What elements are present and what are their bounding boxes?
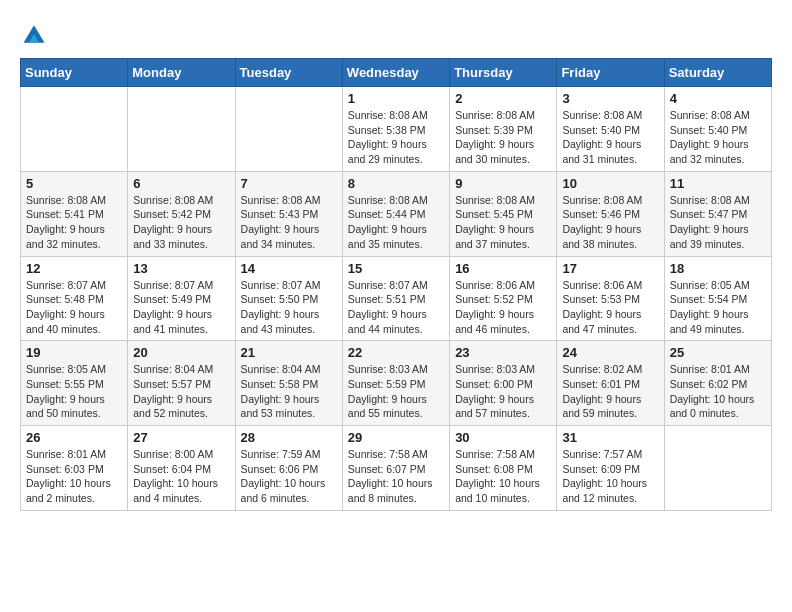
day-number: 29 <box>348 430 444 445</box>
calendar-day-header: Thursday <box>450 59 557 87</box>
day-number: 30 <box>455 430 551 445</box>
day-number: 10 <box>562 176 658 191</box>
calendar-cell: 10Sunrise: 8:08 AM Sunset: 5:46 PM Dayli… <box>557 171 664 256</box>
calendar-cell: 20Sunrise: 8:04 AM Sunset: 5:57 PM Dayli… <box>128 341 235 426</box>
calendar-header-row: SundayMondayTuesdayWednesdayThursdayFrid… <box>21 59 772 87</box>
calendar-day-header: Saturday <box>664 59 771 87</box>
calendar-cell: 5Sunrise: 8:08 AM Sunset: 5:41 PM Daylig… <box>21 171 128 256</box>
day-info: Sunrise: 8:08 AM Sunset: 5:44 PM Dayligh… <box>348 193 444 252</box>
day-info: Sunrise: 8:07 AM Sunset: 5:51 PM Dayligh… <box>348 278 444 337</box>
day-info: Sunrise: 8:05 AM Sunset: 5:55 PM Dayligh… <box>26 362 122 421</box>
calendar-cell: 18Sunrise: 8:05 AM Sunset: 5:54 PM Dayli… <box>664 256 771 341</box>
day-number: 6 <box>133 176 229 191</box>
day-info: Sunrise: 8:03 AM Sunset: 6:00 PM Dayligh… <box>455 362 551 421</box>
logo-icon <box>20 20 48 48</box>
day-info: Sunrise: 8:07 AM Sunset: 5:49 PM Dayligh… <box>133 278 229 337</box>
calendar-day-header: Wednesday <box>342 59 449 87</box>
day-info: Sunrise: 8:07 AM Sunset: 5:50 PM Dayligh… <box>241 278 337 337</box>
day-info: Sunrise: 8:00 AM Sunset: 6:04 PM Dayligh… <box>133 447 229 506</box>
day-number: 23 <box>455 345 551 360</box>
calendar-day-header: Tuesday <box>235 59 342 87</box>
calendar-cell: 21Sunrise: 8:04 AM Sunset: 5:58 PM Dayli… <box>235 341 342 426</box>
calendar-cell <box>664 426 771 511</box>
day-info: Sunrise: 8:03 AM Sunset: 5:59 PM Dayligh… <box>348 362 444 421</box>
calendar-cell: 16Sunrise: 8:06 AM Sunset: 5:52 PM Dayli… <box>450 256 557 341</box>
day-number: 27 <box>133 430 229 445</box>
calendar-cell: 30Sunrise: 7:58 AM Sunset: 6:08 PM Dayli… <box>450 426 557 511</box>
day-number: 25 <box>670 345 766 360</box>
calendar-cell: 8Sunrise: 8:08 AM Sunset: 5:44 PM Daylig… <box>342 171 449 256</box>
day-number: 13 <box>133 261 229 276</box>
day-info: Sunrise: 8:08 AM Sunset: 5:43 PM Dayligh… <box>241 193 337 252</box>
day-number: 22 <box>348 345 444 360</box>
day-info: Sunrise: 8:01 AM Sunset: 6:03 PM Dayligh… <box>26 447 122 506</box>
calendar-cell: 25Sunrise: 8:01 AM Sunset: 6:02 PM Dayli… <box>664 341 771 426</box>
day-info: Sunrise: 8:04 AM Sunset: 5:57 PM Dayligh… <box>133 362 229 421</box>
day-number: 26 <box>26 430 122 445</box>
calendar-cell: 19Sunrise: 8:05 AM Sunset: 5:55 PM Dayli… <box>21 341 128 426</box>
day-number: 7 <box>241 176 337 191</box>
day-info: Sunrise: 8:08 AM Sunset: 5:46 PM Dayligh… <box>562 193 658 252</box>
calendar-cell: 22Sunrise: 8:03 AM Sunset: 5:59 PM Dayli… <box>342 341 449 426</box>
day-number: 12 <box>26 261 122 276</box>
header <box>20 20 772 48</box>
calendar-day-header: Friday <box>557 59 664 87</box>
calendar-cell: 29Sunrise: 7:58 AM Sunset: 6:07 PM Dayli… <box>342 426 449 511</box>
calendar-cell <box>21 87 128 172</box>
calendar-week-row: 12Sunrise: 8:07 AM Sunset: 5:48 PM Dayli… <box>21 256 772 341</box>
calendar-cell: 15Sunrise: 8:07 AM Sunset: 5:51 PM Dayli… <box>342 256 449 341</box>
day-number: 8 <box>348 176 444 191</box>
calendar-cell: 12Sunrise: 8:07 AM Sunset: 5:48 PM Dayli… <box>21 256 128 341</box>
day-info: Sunrise: 8:08 AM Sunset: 5:40 PM Dayligh… <box>670 108 766 167</box>
day-number: 15 <box>348 261 444 276</box>
day-number: 2 <box>455 91 551 106</box>
day-number: 20 <box>133 345 229 360</box>
day-info: Sunrise: 7:59 AM Sunset: 6:06 PM Dayligh… <box>241 447 337 506</box>
logo <box>20 20 52 48</box>
day-info: Sunrise: 8:08 AM Sunset: 5:38 PM Dayligh… <box>348 108 444 167</box>
calendar-cell: 3Sunrise: 8:08 AM Sunset: 5:40 PM Daylig… <box>557 87 664 172</box>
day-info: Sunrise: 8:05 AM Sunset: 5:54 PM Dayligh… <box>670 278 766 337</box>
day-info: Sunrise: 8:08 AM Sunset: 5:39 PM Dayligh… <box>455 108 551 167</box>
day-number: 19 <box>26 345 122 360</box>
day-number: 31 <box>562 430 658 445</box>
calendar-week-row: 19Sunrise: 8:05 AM Sunset: 5:55 PM Dayli… <box>21 341 772 426</box>
calendar-cell: 28Sunrise: 7:59 AM Sunset: 6:06 PM Dayli… <box>235 426 342 511</box>
day-info: Sunrise: 8:08 AM Sunset: 5:41 PM Dayligh… <box>26 193 122 252</box>
calendar-cell: 23Sunrise: 8:03 AM Sunset: 6:00 PM Dayli… <box>450 341 557 426</box>
day-info: Sunrise: 8:08 AM Sunset: 5:42 PM Dayligh… <box>133 193 229 252</box>
day-info: Sunrise: 8:04 AM Sunset: 5:58 PM Dayligh… <box>241 362 337 421</box>
day-info: Sunrise: 8:08 AM Sunset: 5:45 PM Dayligh… <box>455 193 551 252</box>
day-number: 28 <box>241 430 337 445</box>
calendar-cell: 2Sunrise: 8:08 AM Sunset: 5:39 PM Daylig… <box>450 87 557 172</box>
day-number: 11 <box>670 176 766 191</box>
day-info: Sunrise: 7:57 AM Sunset: 6:09 PM Dayligh… <box>562 447 658 506</box>
calendar-cell: 26Sunrise: 8:01 AM Sunset: 6:03 PM Dayli… <box>21 426 128 511</box>
day-number: 5 <box>26 176 122 191</box>
day-number: 18 <box>670 261 766 276</box>
day-number: 21 <box>241 345 337 360</box>
day-number: 9 <box>455 176 551 191</box>
calendar-cell: 6Sunrise: 8:08 AM Sunset: 5:42 PM Daylig… <box>128 171 235 256</box>
calendar-cell: 13Sunrise: 8:07 AM Sunset: 5:49 PM Dayli… <box>128 256 235 341</box>
calendar-cell <box>235 87 342 172</box>
day-number: 4 <box>670 91 766 106</box>
calendar-cell: 4Sunrise: 8:08 AM Sunset: 5:40 PM Daylig… <box>664 87 771 172</box>
calendar-cell: 17Sunrise: 8:06 AM Sunset: 5:53 PM Dayli… <box>557 256 664 341</box>
day-number: 14 <box>241 261 337 276</box>
day-number: 24 <box>562 345 658 360</box>
day-info: Sunrise: 8:08 AM Sunset: 5:47 PM Dayligh… <box>670 193 766 252</box>
calendar-cell: 9Sunrise: 8:08 AM Sunset: 5:45 PM Daylig… <box>450 171 557 256</box>
day-number: 3 <box>562 91 658 106</box>
calendar-cell <box>128 87 235 172</box>
calendar-cell: 24Sunrise: 8:02 AM Sunset: 6:01 PM Dayli… <box>557 341 664 426</box>
page: SundayMondayTuesdayWednesdayThursdayFrid… <box>0 0 792 521</box>
day-info: Sunrise: 8:08 AM Sunset: 5:40 PM Dayligh… <box>562 108 658 167</box>
calendar-cell: 14Sunrise: 8:07 AM Sunset: 5:50 PM Dayli… <box>235 256 342 341</box>
calendar-week-row: 26Sunrise: 8:01 AM Sunset: 6:03 PM Dayli… <box>21 426 772 511</box>
calendar-table: SundayMondayTuesdayWednesdayThursdayFrid… <box>20 58 772 511</box>
day-info: Sunrise: 8:02 AM Sunset: 6:01 PM Dayligh… <box>562 362 658 421</box>
day-info: Sunrise: 7:58 AM Sunset: 6:08 PM Dayligh… <box>455 447 551 506</box>
day-info: Sunrise: 7:58 AM Sunset: 6:07 PM Dayligh… <box>348 447 444 506</box>
day-number: 16 <box>455 261 551 276</box>
